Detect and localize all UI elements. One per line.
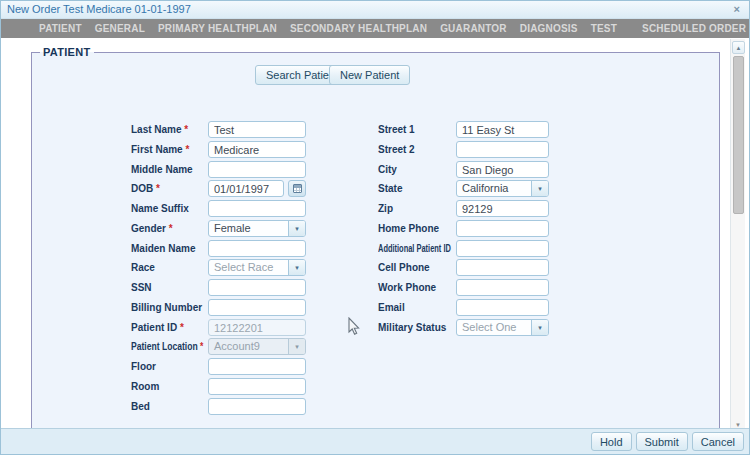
street-1-input[interactable] — [456, 121, 549, 138]
home-phone-row: Home Phone — [1, 220, 750, 238]
room-row: Room — [1, 378, 750, 396]
cell-phone-input[interactable] — [456, 259, 549, 276]
work-phone-label: Work Phone — [378, 282, 436, 293]
floor-input[interactable] — [208, 358, 306, 375]
cell-phone-row: Cell Phone — [1, 259, 750, 277]
home-phone-input[interactable] — [456, 220, 549, 237]
tab-test[interactable]: TEST — [591, 23, 617, 34]
required-asterisk: * — [198, 341, 204, 352]
tab-diagnosis[interactable]: DIAGNOSIS — [520, 23, 578, 34]
tab-patient[interactable]: PATIENT — [39, 23, 82, 34]
street-1-row: Street 1 — [1, 121, 750, 139]
dropdown-arrow-icon[interactable]: ▾ — [531, 181, 548, 196]
tab-bar: PATIENTGENERALPRIMARY HEALTHPLANSECONDAR… — [1, 19, 749, 38]
bed-row: Bed — [1, 398, 750, 416]
zip-input[interactable] — [456, 200, 549, 217]
patient-location-selected-value: Account9 — [209, 339, 288, 354]
street-2-row: Street 2 — [1, 141, 750, 159]
bed-label: Bed — [131, 401, 150, 412]
zip-row: Zip — [1, 200, 750, 218]
additional-patient-id-label: Additional Patient ID — [378, 243, 451, 254]
cell-phone-label: Cell Phone — [378, 262, 430, 273]
email-input[interactable] — [456, 299, 549, 316]
state-row: StateCalifornia▾ — [1, 180, 750, 198]
city-row: City — [1, 161, 750, 179]
scrollbar-thumb[interactable] — [733, 56, 744, 214]
tab-guarantor[interactable]: GUARANTOR — [440, 23, 507, 34]
street-1-label: Street 1 — [378, 124, 415, 135]
dropdown-arrow-icon[interactable]: ▾ — [531, 320, 548, 335]
state-selected-value: California — [457, 181, 531, 196]
new-patient-button[interactable]: New Patient — [329, 65, 410, 85]
patient-section-legend: PATIENT — [40, 46, 94, 58]
state-select[interactable]: California▾ — [456, 180, 549, 197]
close-icon[interactable]: × — [734, 3, 740, 15]
dialog-titlebar: New Order Test Medicare 01-01-1997 × — [1, 1, 749, 19]
work-phone-input[interactable] — [456, 279, 549, 296]
city-input[interactable] — [456, 161, 549, 178]
tab-general[interactable]: GENERAL — [95, 23, 145, 34]
additional-patient-id-row: Additional Patient ID — [1, 240, 750, 258]
scroll-up-button[interactable]: ▲ — [732, 41, 745, 54]
room-input[interactable] — [208, 378, 306, 395]
scroll-up-icon: ▲ — [736, 45, 742, 51]
patient-location-select[interactable]: Account9▾ — [208, 338, 306, 355]
military-status-selected-value: Select One — [457, 320, 531, 335]
patient-location-row: Patient Location *Account9▾ — [1, 338, 750, 356]
military-status-label: Military Status — [378, 322, 446, 333]
hold-button[interactable]: Hold — [591, 432, 632, 451]
military-status-row: Military StatusSelect One▾ — [1, 319, 750, 337]
state-label: State — [378, 183, 402, 194]
tab-secondary-healthplan[interactable]: SECONDARY HEALTHPLAN — [290, 23, 427, 34]
military-status-select[interactable]: Select One▾ — [456, 319, 549, 336]
dropdown-arrow-icon[interactable]: ▾ — [288, 339, 305, 354]
zip-label: Zip — [378, 203, 393, 214]
dialog-title: New Order Test Medicare 01-01-1997 — [7, 3, 191, 15]
submit-button[interactable]: Submit — [636, 432, 688, 451]
home-phone-label: Home Phone — [378, 223, 439, 234]
cancel-button[interactable]: Cancel — [692, 432, 744, 451]
street-2-input[interactable] — [456, 141, 549, 158]
street-2-label: Street 2 — [378, 144, 415, 155]
room-label: Room — [131, 381, 159, 392]
bed-input[interactable] — [208, 398, 306, 415]
tab-scheduled-order[interactable]: SCHEDULED ORDER — [642, 23, 746, 34]
work-phone-row: Work Phone — [1, 279, 750, 297]
tab-primary-healthplan[interactable]: PRIMARY HEALTHPLAN — [158, 23, 277, 34]
floor-row: Floor — [1, 358, 750, 376]
email-row: Email — [1, 299, 750, 317]
vertical-scrollbar[interactable]: ▲ ▼ — [730, 39, 745, 429]
city-label: City — [378, 164, 397, 175]
email-label: Email — [378, 302, 405, 313]
patient-location-label: Patient Location * — [131, 341, 203, 352]
additional-patient-id-input[interactable] — [456, 240, 549, 257]
footer-bar: Hold Submit Cancel — [1, 428, 749, 454]
floor-label: Floor — [131, 361, 156, 372]
